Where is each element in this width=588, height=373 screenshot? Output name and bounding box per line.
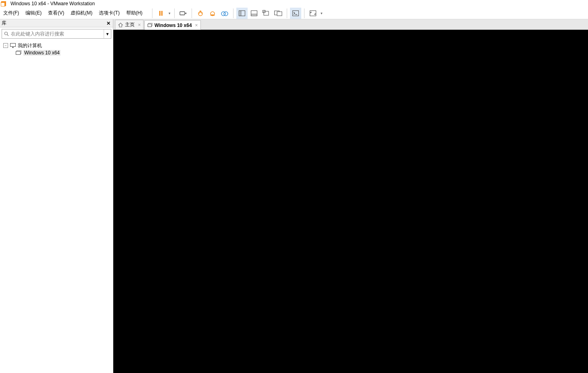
vm-display[interactable] — [113, 30, 588, 373]
library-tree: − 我的计算机 Windows 10 x64 — [0, 40, 113, 58]
tree-label: Windows 10 x64 — [23, 50, 60, 56]
titlebar: Windows 10 x64 - VMware Workstation — [0, 0, 588, 7]
fullscreen-button[interactable] — [307, 8, 319, 19]
search-input[interactable] — [11, 30, 104, 38]
tree-item-windows-10-x64[interactable]: Windows 10 x64 — [1, 49, 112, 56]
tabstrip: 主页 × Windows 10 x64 × — [113, 19, 588, 30]
collapse-icon[interactable]: − — [3, 43, 8, 48]
menu-tabs[interactable]: 选项卡(T) — [96, 7, 123, 19]
menu-items: 文件(F) 编辑(E) 查看(V) 虚拟机(M) 选项卡(T) 帮助(H) — [0, 7, 146, 19]
tree-root-my-computer[interactable]: − 我的计算机 — [1, 42, 112, 49]
separator — [233, 8, 234, 18]
tree-label: 我的计算机 — [18, 42, 42, 49]
sidebar-close-button[interactable]: ✕ — [106, 21, 111, 26]
tab-home[interactable]: 主页 × — [115, 20, 144, 29]
power-dropdown[interactable]: ▾ — [167, 11, 172, 15]
menu-file[interactable]: 文件(F) — [0, 7, 22, 19]
svg-rect-14 — [264, 11, 269, 15]
sidebar-header: 库 ✕ — [0, 19, 113, 27]
svg-rect-3 — [161, 11, 163, 16]
svg-rect-2 — [159, 11, 161, 16]
search-icon — [2, 31, 11, 36]
vm-icon — [15, 50, 22, 56]
menu-edit[interactable]: 编辑(E) — [22, 7, 45, 19]
toolbar: ▾ — [150, 8, 324, 19]
home-icon — [118, 22, 123, 28]
console-view-button[interactable] — [290, 8, 301, 19]
menu-view[interactable]: 查看(V) — [45, 7, 67, 19]
separator — [174, 8, 175, 18]
snapshot-manage-button[interactable] — [219, 8, 230, 19]
svg-rect-27 — [16, 52, 21, 55]
show-thumbnail-button[interactable] — [248, 8, 260, 19]
snapshot-revert-button[interactable] — [207, 8, 218, 19]
menubar: 文件(F) 编辑(E) 查看(V) 虚拟机(M) 选项卡(T) 帮助(H) ▾ — [0, 7, 588, 19]
svg-rect-4 — [180, 12, 185, 15]
menu-help[interactable]: 帮助(H) — [123, 7, 146, 19]
tab-label: 主页 — [125, 21, 135, 28]
svg-rect-11 — [239, 10, 241, 16]
app-icon — [1, 1, 6, 6]
svg-rect-23 — [10, 44, 16, 47]
send-ctrl-alt-del-button[interactable] — [177, 8, 189, 19]
svg-rect-17 — [277, 12, 282, 16]
svg-rect-18 — [293, 10, 299, 16]
svg-rect-13 — [251, 14, 257, 16]
svg-point-21 — [5, 32, 8, 35]
separator — [192, 8, 192, 18]
pause-button[interactable] — [155, 8, 167, 19]
window-title: Windows 10 x64 - VMware Workstation — [10, 1, 95, 6]
search-box: ▼ — [2, 29, 111, 39]
monitor-icon — [10, 43, 16, 48]
separator — [287, 8, 287, 18]
menu-vm[interactable]: 虚拟机(M) — [67, 7, 96, 19]
vm-icon — [147, 23, 153, 28]
svg-rect-1 — [1, 2, 5, 6]
snapshot-take-button[interactable] — [195, 8, 206, 19]
svg-line-22 — [7, 35, 8, 36]
sidebar-search: ▼ — [0, 27, 113, 40]
main-area: 主页 × Windows 10 x64 × — [113, 19, 588, 373]
tab-windows-10-x64[interactable]: Windows 10 x64 × — [144, 20, 201, 30]
svg-rect-7 — [211, 15, 215, 16]
tab-close-button[interactable]: × — [138, 22, 141, 28]
sidebar-title: 库 — [2, 20, 106, 27]
svg-rect-29 — [148, 24, 152, 27]
tab-label: Windows 10 x64 — [154, 23, 192, 28]
show-library-button[interactable] — [236, 8, 248, 19]
tab-close-button[interactable]: × — [195, 23, 198, 28]
svg-rect-20 — [310, 10, 316, 16]
search-dropdown[interactable]: ▼ — [104, 29, 111, 38]
body: 库 ✕ ▼ − — [0, 19, 588, 373]
fullscreen-dropdown[interactable]: ▾ — [319, 11, 324, 15]
multi-monitor-button[interactable] — [273, 8, 284, 19]
separator — [152, 8, 152, 18]
stretch-guest-button[interactable] — [261, 8, 272, 19]
separator — [304, 8, 304, 18]
svg-point-9 — [224, 12, 228, 16]
sidebar: 库 ✕ ▼ − — [0, 19, 113, 373]
